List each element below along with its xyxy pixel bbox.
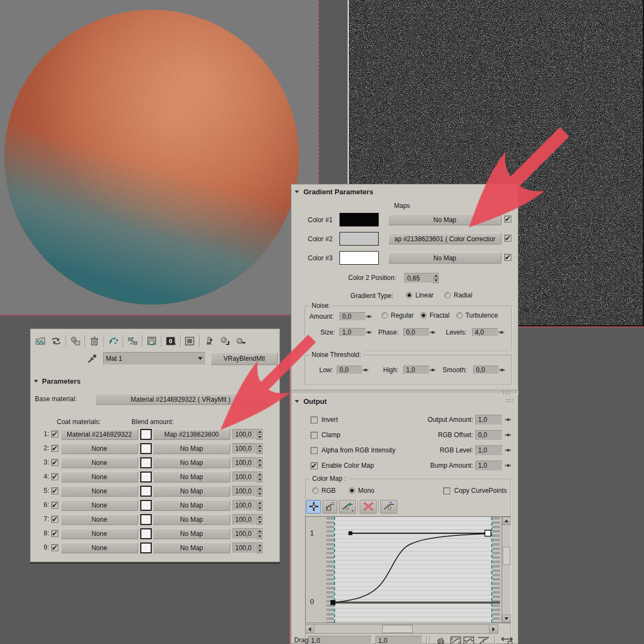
coat-enable-checkbox[interactable]: ✔ xyxy=(51,459,58,466)
threshold-low-spinner[interactable]: 0,0 xyxy=(337,365,368,375)
noise-phase-value[interactable]: 0,0 xyxy=(403,328,430,337)
put-to-library-icon[interactable] xyxy=(145,335,158,348)
make-material-copy-icon[interactable] xyxy=(107,335,120,348)
blend-color-swatch[interactable] xyxy=(140,443,152,454)
color-swatch[interactable] xyxy=(339,213,379,226)
spinner-arrows[interactable] xyxy=(499,369,505,371)
blend-map-button[interactable]: No Map xyxy=(153,514,230,525)
checkbox[interactable] xyxy=(311,447,318,454)
scroll-right-icon[interactable] xyxy=(489,625,498,633)
curve-point[interactable] xyxy=(331,600,336,605)
blend-map-button[interactable]: No Map xyxy=(153,486,230,497)
scale-point-button[interactable] xyxy=(323,500,337,514)
reset-curve-button[interactable] xyxy=(380,500,397,514)
spinner-arrows[interactable] xyxy=(430,331,436,333)
material-id-channel-icon[interactable]: 0 xyxy=(164,335,177,348)
blend-color-swatch[interactable] xyxy=(140,457,152,468)
color-map-button[interactable]: No Map xyxy=(388,252,502,264)
coat-material-button[interactable]: None xyxy=(61,514,138,525)
spinner-arrows[interactable] xyxy=(257,486,263,497)
blend-color-swatch[interactable] xyxy=(140,542,152,553)
color-swatch[interactable] xyxy=(339,232,379,246)
threshold-smooth-spinner[interactable]: 0,0 xyxy=(473,365,505,375)
coat-enable-checkbox[interactable]: ✔ xyxy=(51,530,58,537)
radio-option[interactable]: Fractal xyxy=(420,312,450,319)
scroll-left-icon[interactable] xyxy=(306,625,314,633)
spinner-arrows[interactable] xyxy=(366,331,372,333)
coat-material-button[interactable]: None xyxy=(61,500,138,511)
blend-amount-spinner[interactable]: 100,0 xyxy=(232,528,263,539)
coat-enable-checkbox[interactable]: ✔ xyxy=(51,502,58,509)
coat-material-button[interactable]: None xyxy=(61,528,138,539)
spinner-arrows[interactable] xyxy=(257,457,263,468)
coat-enable-checkbox[interactable]: ✔ xyxy=(51,516,58,523)
blend-map-button[interactable]: No Map xyxy=(153,443,230,454)
radio-option[interactable]: Linear xyxy=(406,291,433,299)
spinner-arrows[interactable] xyxy=(433,273,439,283)
radio-option[interactable]: Regular xyxy=(381,312,414,319)
radio-icon[interactable] xyxy=(406,292,413,299)
blend-color-swatch[interactable] xyxy=(140,472,152,482)
blend-amount-value[interactable]: 100,0 xyxy=(232,457,257,468)
curve-y-value-field[interactable]: 1,0 xyxy=(375,636,422,644)
spinner-arrows[interactable] xyxy=(257,500,263,511)
noise-phase-spinner[interactable]: 0,0 xyxy=(403,327,436,337)
blend-color-swatch[interactable] xyxy=(140,486,152,497)
blend-amount-spinner[interactable]: 100,0 xyxy=(232,472,263,482)
radio-option[interactable]: Mono xyxy=(349,487,374,494)
coat-material-button[interactable]: None xyxy=(61,457,138,468)
vertical-scroll-thumb[interactable] xyxy=(503,547,510,565)
move-point-button[interactable] xyxy=(306,500,321,514)
checkbox[interactable]: ✔ xyxy=(311,462,318,469)
noise-levels-spinner[interactable]: 4,0 xyxy=(472,327,504,337)
go-forward-to-sibling-icon[interactable] xyxy=(234,335,247,348)
coat-enable-checkbox[interactable]: ✔ xyxy=(51,544,58,551)
blend-amount-spinner[interactable]: 100,0 xyxy=(232,486,263,497)
spinner-arrows[interactable] xyxy=(505,464,511,467)
put-material-to-scene-icon[interactable] xyxy=(50,335,63,348)
spinner-arrows[interactable] xyxy=(505,449,511,451)
spinner-arrows[interactable] xyxy=(505,419,511,421)
coat-material-button[interactable]: None xyxy=(61,443,138,454)
coat-material-button[interactable]: None xyxy=(61,472,138,482)
radio-icon[interactable] xyxy=(444,292,451,299)
spinner-arrows[interactable] xyxy=(430,369,436,371)
curve-plot-area[interactable] xyxy=(326,517,500,623)
threshold-low-value[interactable]: 0,0 xyxy=(337,366,362,374)
spinner-arrows[interactable] xyxy=(257,429,263,440)
delete-point-button[interactable] xyxy=(360,500,377,514)
material-name-value[interactable]: Mat 1 xyxy=(103,352,206,365)
radio-option[interactable]: Radial xyxy=(444,291,472,299)
copy-curvepoints-checkbox[interactable] xyxy=(443,487,450,494)
blend-color-swatch[interactable] xyxy=(140,429,152,440)
coat-enable-checkbox[interactable]: ✔ xyxy=(51,431,58,438)
zoom-vertical-extents-icon[interactable] xyxy=(477,636,490,644)
radio-icon[interactable] xyxy=(349,487,355,494)
blend-amount-value[interactable]: 100,0 xyxy=(232,486,257,497)
noise-amount-value[interactable]: 0,0 xyxy=(339,312,366,321)
parameters-rollout-header[interactable]: Parameters xyxy=(34,377,81,385)
blend-map-button[interactable]: No Map xyxy=(153,457,230,468)
spinner-value[interactable]: 1,0 xyxy=(475,461,503,471)
radio-icon[interactable] xyxy=(381,312,388,319)
blend-amount-value[interactable]: 100,0 xyxy=(232,514,257,525)
rollout-grip[interactable] xyxy=(502,391,511,395)
coat-enable-checkbox[interactable]: ✔ xyxy=(51,473,58,480)
zoom-region-icon[interactable] xyxy=(499,636,515,644)
threshold-smooth-value[interactable]: 0,0 xyxy=(473,366,499,374)
zoom-horizontal-extents-icon[interactable] xyxy=(462,636,475,644)
map-enable-checkbox[interactable]: ✔ xyxy=(504,235,511,242)
spinner-arrows[interactable] xyxy=(362,369,368,371)
reset-map-icon[interactable] xyxy=(88,335,101,348)
noise-size-spinner[interactable]: 1,0 xyxy=(339,327,372,337)
blend-color-swatch[interactable] xyxy=(140,528,152,539)
go-to-parent-icon[interactable] xyxy=(218,335,231,348)
make-unique-icon[interactable] xyxy=(126,335,139,348)
map-enable-checkbox[interactable]: ✔ xyxy=(504,254,511,261)
spinner-arrows[interactable] xyxy=(257,528,263,539)
rollout-grip[interactable] xyxy=(505,398,514,403)
coat-enable-checkbox[interactable]: ✔ xyxy=(51,487,58,494)
threshold-high-spinner[interactable]: 1,0 xyxy=(403,365,436,375)
spinner-value[interactable]: 0,0 xyxy=(475,430,503,440)
blend-amount-value[interactable]: 100,0 xyxy=(232,500,257,511)
